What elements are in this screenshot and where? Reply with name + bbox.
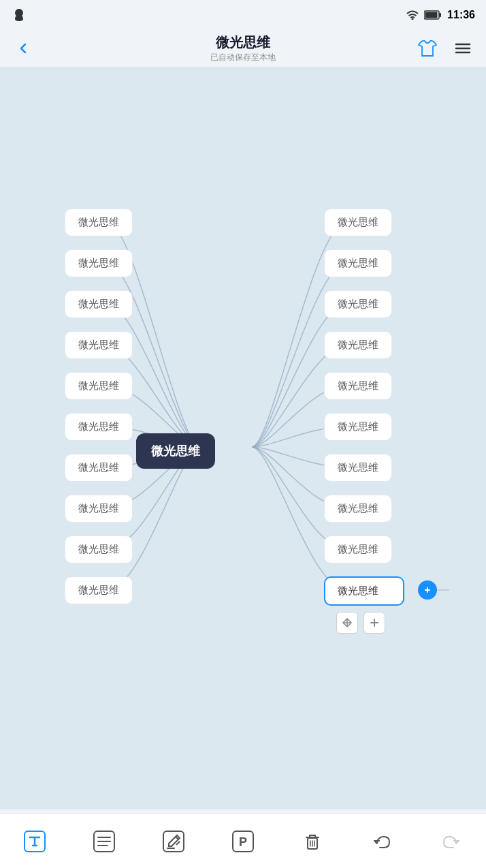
page-subtitle: 已自动保存至本地 — [210, 52, 276, 63]
bottom-toolbar: P — [0, 813, 486, 868]
right-node-8[interactable]: 微光思维 — [324, 495, 392, 523]
svg-rect-5 — [425, 12, 438, 18]
qq-icon — [11, 7, 27, 23]
svg-point-2 — [412, 18, 414, 20]
svg-text:P: P — [239, 835, 247, 849]
right-node-10-selected[interactable]: 微光思维 — [324, 576, 404, 606]
left-node-9[interactable]: 微光思维 — [65, 536, 133, 563]
status-bar: 11:36 — [0, 0, 486, 30]
left-node-2[interactable]: 微光思维 — [65, 249, 133, 277]
status-left — [11, 7, 27, 23]
wifi-icon — [406, 10, 419, 20]
left-node-5[interactable]: 微光思维 — [65, 372, 133, 400]
node-expand-button[interactable] — [418, 580, 437, 600]
mind-map-canvas[interactable]: 微光思维 微光思维 微光思维 微光思维 微光思维 微光思维 微光思维 微光思维 … — [0, 67, 486, 809]
left-node-7[interactable]: 微光思维 — [65, 454, 133, 482]
left-node-4[interactable]: 微光思维 — [65, 331, 133, 359]
node-actions — [336, 612, 385, 634]
top-bar-center: 微光思维 已自动保存至本地 — [210, 33, 276, 63]
right-node-1[interactable]: 微光思维 — [324, 208, 392, 236]
status-right: 11:36 — [406, 9, 475, 21]
battery-icon — [424, 10, 442, 20]
right-node-9[interactable]: 微光思维 — [324, 536, 392, 563]
shirt-button[interactable] — [415, 36, 440, 61]
left-node-3[interactable]: 微光思维 — [65, 290, 133, 318]
right-node-7[interactable]: 微光思维 — [324, 454, 392, 482]
left-node-1[interactable]: 微光思维 — [65, 208, 133, 236]
node-add-icon[interactable] — [363, 612, 385, 634]
left-node-6[interactable]: 微光思维 — [65, 413, 133, 441]
top-bar: 微光思维 已自动保存至本地 — [0, 30, 486, 67]
page-title: 微光思维 — [210, 33, 276, 52]
left-node-8[interactable]: 微光思维 — [65, 495, 133, 523]
toolbar-outline-button[interactable] — [88, 825, 120, 858]
central-node[interactable]: 微光思维 — [136, 433, 215, 469]
svg-rect-4 — [439, 13, 441, 17]
time-display: 11:36 — [447, 9, 475, 21]
back-button[interactable] — [11, 36, 35, 61]
right-node-2[interactable]: 微光思维 — [324, 249, 392, 277]
left-node-10[interactable]: 微光思维 — [65, 576, 133, 604]
toolbar-redo-button[interactable] — [435, 825, 468, 858]
right-node-5[interactable]: 微光思维 — [324, 372, 392, 400]
svg-line-20 — [176, 841, 180, 845]
menu-button[interactable] — [451, 36, 475, 61]
toolbar-delete-button[interactable] — [296, 825, 329, 858]
node-move-icon[interactable] — [336, 612, 358, 634]
toolbar-undo-button[interactable] — [366, 825, 398, 858]
toolbar-parking-button[interactable]: P — [227, 825, 259, 858]
toolbar-text-button[interactable] — [18, 825, 51, 858]
right-node-4[interactable]: 微光思维 — [324, 331, 392, 359]
right-node-3[interactable]: 微光思维 — [324, 290, 392, 318]
top-bar-icons — [415, 36, 475, 61]
toolbar-edit-button[interactable] — [157, 825, 190, 858]
right-node-6[interactable]: 微光思维 — [324, 413, 392, 441]
svg-point-1 — [16, 9, 22, 17]
